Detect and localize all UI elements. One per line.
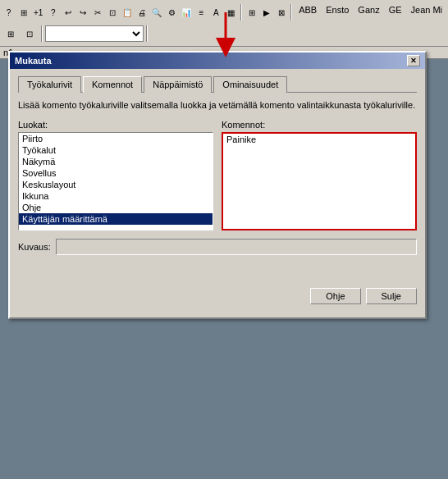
toolbar-btn-14[interactable]: ≡ xyxy=(194,3,208,21)
luokat-listbox-wrapper: Piirto Työkalut Näkymä Sovellus Keskusla… xyxy=(18,132,213,230)
dialog-titlebar: Mukauta ✕ xyxy=(10,52,425,69)
mukauta-dialog: Mukauta ✕ Työkalurivit Komennot Näppäimi… xyxy=(8,51,427,319)
toolbar-btn-16[interactable]: ▦ xyxy=(224,3,238,21)
kuvaus-label: Kuvaus: xyxy=(18,242,51,252)
description-text: Lisää komento työkaluriville valitsemall… xyxy=(18,99,417,112)
list-item[interactable]: Keskuslayout xyxy=(19,179,213,190)
list-item[interactable]: Ohje xyxy=(19,202,213,213)
dialog-title: Mukauta xyxy=(15,56,52,66)
dialog-body: Työkalurivit Komennot Näppäimistö Ominai… xyxy=(10,69,425,317)
toolbar-btn-8[interactable]: ⊡ xyxy=(105,3,119,21)
tab-komennot[interactable]: Komennot xyxy=(83,76,142,93)
toolbar-btn-9[interactable]: 📋 xyxy=(121,3,135,21)
dialog-close-button[interactable]: ✕ xyxy=(407,55,420,66)
button-row: Ohje Sulje xyxy=(18,288,417,311)
toolbar-btn-r2-2[interactable]: ⊡ xyxy=(21,25,39,43)
tab-nappaimisto[interactable]: Näppäimistö xyxy=(144,76,212,93)
columns-area: Luokat: Piirto Työkalut Näkymä Sovellus … xyxy=(18,120,417,230)
list-item[interactable]: Ikkuna xyxy=(19,190,213,202)
toolbar-btn-7[interactable]: ✂ xyxy=(90,3,104,21)
komennot-label: Komennot: xyxy=(222,120,417,130)
list-item[interactable]: Sovellus xyxy=(19,167,213,179)
toolbar-btn-13[interactable]: 📊 xyxy=(180,3,194,21)
tabs-row: Työkalurivit Komennot Näppäimistö Ominai… xyxy=(18,75,417,93)
toolbar-btn-12[interactable]: ⚙ xyxy=(165,3,179,21)
toolbar-sep-3 xyxy=(41,25,43,42)
toolbar-sep-4 xyxy=(146,25,148,42)
kuvaus-input[interactable] xyxy=(56,239,417,255)
toolbar-btn-2[interactable]: ⊞ xyxy=(16,3,30,21)
list-item-selected[interactable]: Käyttäjän määrittämä xyxy=(19,213,213,225)
tab-tyokalurivit[interactable]: Työkalurivit xyxy=(18,76,81,93)
list-item[interactable]: Työkalut xyxy=(19,144,213,156)
komennot-item-painike[interactable]: Painike xyxy=(223,134,415,145)
kuvaus-row: Kuvaus: xyxy=(18,239,417,255)
ganz-button[interactable]: Ganz xyxy=(354,3,383,21)
toolbar-btn-1[interactable]: ? xyxy=(2,3,16,21)
list-item[interactable]: Piirto xyxy=(19,133,213,144)
toolbar-btn-17[interactable]: ⊞ xyxy=(245,3,258,21)
toolbar-btn-15[interactable]: A xyxy=(209,3,223,21)
list-item[interactable]: Näkymä xyxy=(19,156,213,167)
ensto-button[interactable]: Ensto xyxy=(322,3,353,21)
komennot-column: Komennot: Painike xyxy=(222,120,417,230)
toolbar-row-1: ? ⊞ +1 ? ↩ ↪ ✂ ⊡ 📋 🖨 🔍 ⚙ 📊 ≡ A ▦ ⊞ ▶ ⊠ A… xyxy=(2,2,446,23)
ge-button[interactable]: GE xyxy=(385,3,406,21)
tab-ominaisuudet[interactable]: Ominaisuudet xyxy=(213,76,287,93)
toolbar-sep-1 xyxy=(240,4,242,21)
luokat-column: Luokat: Piirto Työkalut Näkymä Sovellus … xyxy=(18,120,213,230)
toolbar-btn-11[interactable]: 🔍 xyxy=(150,3,164,21)
toolbar-btn-4[interactable]: ? xyxy=(46,3,60,21)
toolbar-btn-18[interactable]: ▶ xyxy=(259,3,273,21)
toolbar-btn-10[interactable]: 🖨 xyxy=(135,3,149,21)
toolbar-btn-r2-1[interactable]: ⊞ xyxy=(2,25,20,43)
luokat-listbox[interactable]: Piirto Työkalut Näkymä Sovellus Keskusla… xyxy=(18,132,213,230)
jean-mi-button[interactable]: Jean Mi xyxy=(407,3,447,21)
toolbar-btn-19[interactable]: ⊠ xyxy=(274,3,288,21)
luokat-label: Luokat: xyxy=(18,120,213,130)
toolbar-btn-5[interactable]: ↩ xyxy=(61,3,75,21)
komennot-listbox-wrapper: Painike xyxy=(222,132,417,230)
ohje-button[interactable]: Ohje xyxy=(310,288,360,304)
sulje-button[interactable]: Sulje xyxy=(366,288,417,304)
toolbar-btn-3[interactable]: +1 xyxy=(31,3,45,21)
toolbar-row-2: ⊞ ⊡ xyxy=(2,23,446,44)
toolbar-btn-6[interactable]: ↪ xyxy=(75,3,89,21)
toolbar-sep-2 xyxy=(290,4,292,21)
toolbar-area: ? ⊞ +1 ? ↩ ↪ ✂ ⊡ 📋 🖨 🔍 ⚙ 📊 ≡ A ▦ ⊞ ▶ ⊠ A… xyxy=(0,0,448,47)
komennot-listbox[interactable]: Painike xyxy=(222,132,417,230)
font-combo[interactable] xyxy=(45,25,144,42)
abb-button[interactable]: ABB xyxy=(295,3,321,21)
